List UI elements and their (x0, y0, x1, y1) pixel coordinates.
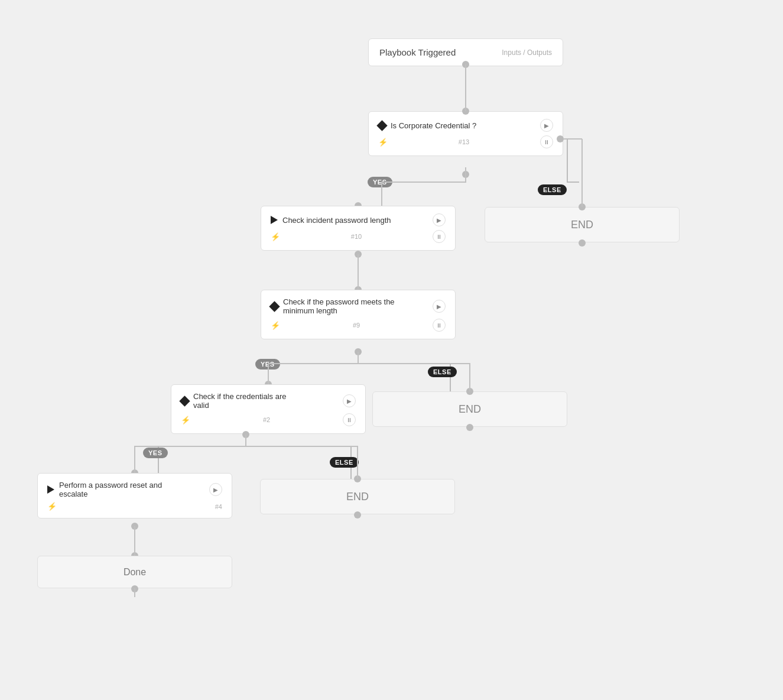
connections-svg (0, 0, 783, 700)
perform-reset-node: Perform a password reset and escalate ▶ … (37, 473, 232, 518)
play-button-5[interactable]: ▶ (209, 483, 222, 496)
is-corporate-node: Is Corporate Credential ? ▶ ⚡ #13 ⏸ (368, 111, 563, 156)
is-corporate-footer: ⚡ #13 ⏸ (378, 135, 553, 148)
io-label: Inputs / Outputs (502, 48, 552, 57)
else-badge-1: ELSE (538, 184, 567, 195)
bolt-icon-4: ⚡ (181, 416, 190, 424)
trigger-label: Playbook Triggered (379, 47, 456, 57)
check-min-length-footer: ⚡ #9 ⏸ (271, 319, 446, 332)
bolt-icon-5: ⚡ (47, 502, 57, 511)
check-credentials-node: Check if the credentials are valid ▶ ⚡ #… (171, 384, 366, 434)
connector-dot (462, 108, 469, 115)
perform-reset-title: Perform a password reset and escalate ▶ (47, 481, 222, 498)
bolt-icon: ⚡ (378, 138, 388, 147)
else-badge-3: ELSE (330, 457, 359, 468)
pause-button[interactable]: ⏸ (540, 135, 553, 148)
check-incident-title: Check incident password length ▶ (271, 213, 446, 226)
check-min-length-title: Check if the password meets the minimum … (271, 297, 446, 315)
connector-dot (242, 431, 249, 438)
yes-badge-2: YES (255, 359, 280, 370)
perform-reset-footer: ⚡ #4 (47, 502, 222, 511)
connector-dot (354, 475, 361, 482)
flowchart-canvas: Playbook Triggered Inputs / Outputs Is C… (0, 0, 783, 700)
play-button-2[interactable]: ▶ (433, 213, 446, 226)
connector-dot (355, 251, 362, 258)
bolt-icon-2: ⚡ (271, 232, 280, 241)
end-node-2: END (372, 391, 567, 427)
check-credentials-footer: ⚡ #2 ⏸ (181, 413, 356, 426)
play-button[interactable]: ▶ (540, 119, 553, 132)
yes-badge-3: YES (143, 448, 168, 458)
bolt-icon-3: ⚡ (271, 321, 280, 330)
pause-button-2[interactable]: ⏸ (433, 230, 446, 243)
check-credentials-title: Check if the credentials are valid ▶ (181, 392, 356, 410)
lines-svg (0, 0, 783, 700)
connector-dot (462, 61, 469, 68)
pause-button-3[interactable]: ⏸ (433, 319, 446, 332)
play-button-3[interactable]: ▶ (433, 300, 446, 313)
connector-dot (466, 424, 473, 431)
connector-dot (466, 388, 473, 395)
check-incident-node: Check incident password length ▶ ⚡ #10 ⏸ (261, 206, 456, 251)
connector-dot (355, 348, 362, 355)
end-node-1: END (485, 207, 680, 242)
done-node: Done (37, 556, 232, 588)
check-min-length-node: Check if the password meets the minimum … (261, 290, 456, 339)
pause-button-4[interactable]: ⏸ (343, 413, 356, 426)
diamond-icon-3 (179, 396, 190, 406)
connector-dot (354, 511, 361, 518)
connector-dot (579, 239, 586, 247)
end-node-3: END (260, 479, 455, 514)
check-incident-footer: ⚡ #10 ⏸ (271, 230, 446, 243)
connector-dot (462, 171, 469, 178)
connector-dot (579, 203, 586, 210)
connector-dot (131, 585, 138, 592)
diamond-icon (376, 120, 387, 131)
connector-dot (557, 135, 564, 142)
arrow-icon (271, 216, 278, 224)
yes-badge-1: YES (368, 177, 392, 187)
connector-dot (131, 523, 138, 530)
else-badge-2: ELSE (428, 367, 457, 377)
is-corporate-actions[interactable]: ▶ (540, 119, 553, 132)
diamond-icon-2 (269, 301, 280, 312)
is-corporate-title: Is Corporate Credential ? ▶ (378, 119, 553, 132)
play-button-4[interactable]: ▶ (343, 394, 356, 407)
arrow-icon-2 (47, 485, 54, 494)
